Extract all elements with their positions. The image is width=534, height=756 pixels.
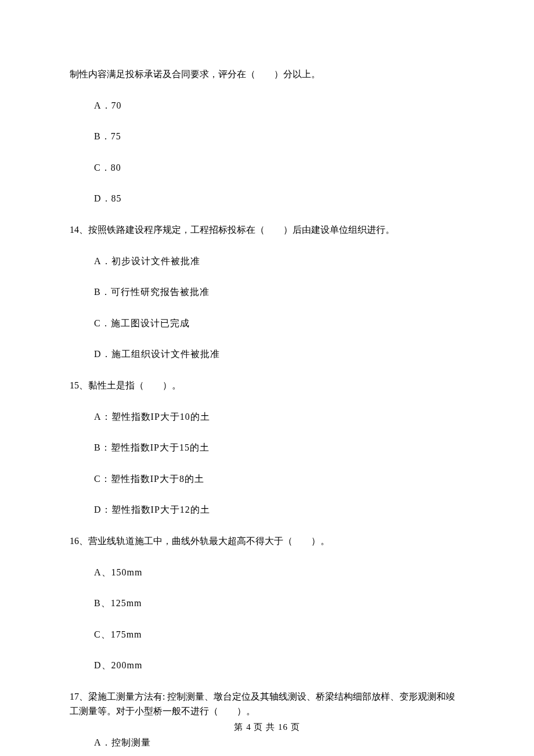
q16-option-a: A、150mm bbox=[94, 565, 464, 580]
page-content: 制性内容满足投标承诺及合同要求，评分在（ ）分以上。 A．70 B．75 C．8… bbox=[0, 0, 534, 756]
question-17-stem: 17、梁施工测量方法有: 控制测量、墩台定位及其轴线测设、桥梁结构细部放样、变形… bbox=[70, 689, 464, 719]
q14-option-a: A．初步设计文件被批准 bbox=[94, 254, 464, 269]
q13-option-d: D．85 bbox=[94, 191, 464, 206]
q15-option-d: D：塑性指数IP大于12的土 bbox=[94, 502, 464, 517]
q13-option-a: A．70 bbox=[94, 98, 464, 113]
q13-option-c: C．80 bbox=[94, 160, 464, 175]
q13-option-b: B．75 bbox=[94, 129, 464, 144]
question-13-continuation: 制性内容满足投标承诺及合同要求，评分在（ ）分以上。 bbox=[70, 67, 464, 82]
page-footer: 第 4 页 共 16 页 bbox=[0, 722, 534, 733]
q16-option-b: B、125mm bbox=[94, 596, 464, 611]
q17-option-a: A．控制测量 bbox=[94, 735, 464, 750]
q16-option-c: C、175mm bbox=[94, 627, 464, 642]
q15-option-b: B：塑性指数IP大于15的土 bbox=[94, 440, 464, 455]
q16-option-d: D、200mm bbox=[94, 658, 464, 673]
question-15-stem: 15、黏性土是指（ ）。 bbox=[70, 378, 464, 393]
q15-option-c: C：塑性指数IP大于8的土 bbox=[94, 471, 464, 487]
q14-option-b: B．可行性研究报告被批准 bbox=[94, 285, 464, 300]
q14-option-c: C．施工图设计已完成 bbox=[94, 316, 464, 331]
q15-option-a: A：塑性指数IP大于10的土 bbox=[94, 409, 464, 424]
q14-option-d: D．施工组织设计文件被批准 bbox=[94, 347, 464, 362]
question-16-stem: 16、营业线轨道施工中，曲线外轨最大超高不得大于（ ）。 bbox=[70, 534, 464, 549]
question-14-stem: 14、按照铁路建设程序规定，工程招标投标在（ ）后由建设单位组织进行。 bbox=[70, 222, 464, 237]
